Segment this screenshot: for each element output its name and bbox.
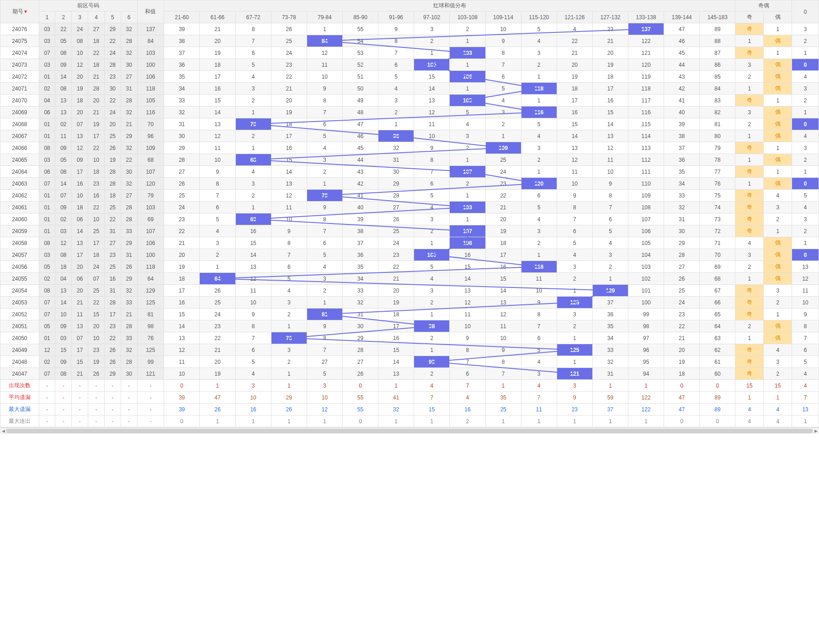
front-num-cell: 01 xyxy=(39,225,55,237)
table-row: 2405207101115172181152492813118111128336… xyxy=(0,309,819,320)
front-num-cell: 10 xyxy=(88,213,105,225)
front-num-cell: 23 xyxy=(104,249,121,261)
stat-row: 最大遗漏-------39261626125532151625112337122… xyxy=(0,404,819,415)
front-num-cell: 24 xyxy=(104,106,121,118)
front-num-cell: 25 xyxy=(104,202,121,213)
dist-cell: 1 xyxy=(450,154,485,166)
front-num-cell: 15 xyxy=(72,356,88,368)
dist-cell: 3 xyxy=(521,47,557,59)
h-scrollbar[interactable]: ◀ ▶ xyxy=(0,427,819,434)
dist-cell: 9 xyxy=(450,332,485,344)
dist-cell: 36 xyxy=(342,249,378,261)
front-num-cell: 09 xyxy=(55,356,72,368)
dist-cell: 1 xyxy=(307,23,342,35)
dist-cell: 107 xyxy=(450,225,485,237)
table-row: 2407004131820222810533152208493131054117… xyxy=(0,95,819,106)
dist-cell: 89 xyxy=(700,23,735,35)
col-dist-7: 97-102 xyxy=(414,11,450,23)
scroll-right-icon[interactable]: ▶ xyxy=(813,428,819,434)
oe-cell: 偶 xyxy=(764,35,792,47)
dist-cell: 1 xyxy=(307,297,342,309)
dist-cell: 118 xyxy=(521,261,557,273)
dist-cell: 2 xyxy=(235,95,271,106)
front-num-cell: 19 xyxy=(88,118,105,130)
oe-cell: 3 xyxy=(735,106,764,118)
dist-cell: 14 xyxy=(200,106,235,118)
oe-cell: 3 xyxy=(735,59,764,71)
front-num-cell: 04 xyxy=(39,95,55,106)
dist-cell: 7 xyxy=(414,166,450,178)
front-num-cell: 03 xyxy=(55,225,72,237)
dist-cell: 1 xyxy=(485,130,521,142)
zero-cell: 4 xyxy=(792,368,819,380)
dist-cell: 14 xyxy=(378,356,414,368)
dist-cell: 15 xyxy=(200,95,235,106)
front-num-cell: 10 xyxy=(72,190,88,202)
oe-cell: 1 xyxy=(735,35,764,47)
dist-cell: 43 xyxy=(664,71,700,83)
dist-cell: 7 xyxy=(307,225,342,237)
dist-cell: 26 xyxy=(271,23,307,35)
table-row: 2406001020610222869235691083926312047610… xyxy=(0,213,819,225)
dist-cell: 20 xyxy=(164,249,200,261)
dist-cell: 7 xyxy=(450,356,485,368)
zero-cell: 4 xyxy=(792,130,819,142)
dist-cell: 35 xyxy=(164,71,200,83)
dist-cell: 2 xyxy=(414,332,450,344)
front-num-cell: 25 xyxy=(104,130,121,142)
dist-cell: 102 xyxy=(628,273,664,285)
dist-cell: 3 xyxy=(378,95,414,106)
front-num-cell: 17 xyxy=(72,344,88,356)
dist-cell: 85 xyxy=(700,71,735,83)
oe-cell: 1 xyxy=(764,309,792,320)
front-num-cell: 18 xyxy=(72,202,88,213)
sum-cell: 118 xyxy=(137,261,164,273)
dist-cell: 4 xyxy=(235,71,271,83)
dist-cell: 30 xyxy=(378,166,414,178)
sum-cell: 81 xyxy=(137,309,164,320)
dist-cell: 47 xyxy=(664,23,700,35)
front-num-cell: 13 xyxy=(72,320,88,332)
sum-cell: 121 xyxy=(137,368,164,380)
zero-cell: 11 xyxy=(792,285,819,297)
period-cell: 24075 xyxy=(0,35,39,47)
period-cell: 24072 xyxy=(0,71,39,83)
dist-cell: 1 xyxy=(557,332,592,344)
dist-cell: 34 xyxy=(592,332,628,344)
dist-cell: 19 xyxy=(557,71,592,83)
dist-cell: 2 xyxy=(450,23,485,35)
dist-cell: 64 xyxy=(700,320,735,332)
dist-cell: 16 xyxy=(450,249,485,261)
dist-cell: 4 xyxy=(485,95,521,106)
front-num-cell: 02 xyxy=(55,118,72,130)
dist-cell: 42 xyxy=(342,178,378,190)
zero-cell: 2 xyxy=(792,95,819,106)
front-num-cell: 21 xyxy=(121,118,137,130)
dist-cell: 12 xyxy=(235,273,271,285)
dist-cell: 61 xyxy=(700,356,735,368)
front-num-cell: 05 xyxy=(39,261,55,273)
table-row: 2405703081718233110020214753623100161714… xyxy=(0,249,819,261)
col-period[interactable]: 期号▾ xyxy=(0,0,39,23)
dist-cell: 10 xyxy=(592,166,628,178)
dist-cell: 5 xyxy=(307,130,342,142)
dist-cell: 26 xyxy=(378,213,414,225)
dist-cell: 7 xyxy=(235,332,271,344)
dist-cell: 79 xyxy=(700,142,735,154)
front-num-cell: 03 xyxy=(55,332,72,344)
dist-cell: 8 xyxy=(307,213,342,225)
zero-cell: 4 xyxy=(792,71,819,83)
sum-cell: 120 xyxy=(137,178,164,190)
dist-cell: 1 xyxy=(235,142,271,154)
table-row: 2406801020719202170311370186471114251514… xyxy=(0,118,819,130)
front-num-cell: 20 xyxy=(88,320,105,332)
dist-cell: 100 xyxy=(414,59,450,71)
zero-cell: 4 xyxy=(792,202,819,213)
dist-cell: 3 xyxy=(235,178,271,190)
dist-cell: 6 xyxy=(235,344,271,356)
oe-cell: 奇 xyxy=(735,202,764,213)
dist-cell: 24 xyxy=(485,166,521,178)
scroll-left-icon[interactable]: ◀ xyxy=(0,428,6,434)
dist-cell: 3 xyxy=(557,261,592,273)
dist-cell: 73 xyxy=(700,213,735,225)
